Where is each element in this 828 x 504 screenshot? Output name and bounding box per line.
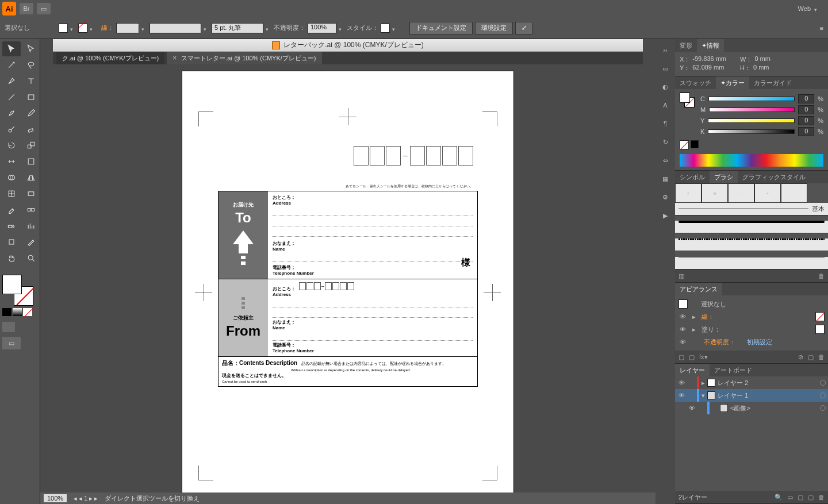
black-input[interactable]: 0	[798, 127, 814, 136]
eyedropper-tool[interactable]	[2, 202, 21, 217]
tab-color[interactable]: ✦ カラー	[716, 76, 749, 89]
rectangle-tool[interactable]	[22, 90, 40, 105]
chevron-down-icon[interactable]	[70, 25, 76, 31]
pencil-tool[interactable]	[22, 106, 40, 121]
zoom-level[interactable]: 100%	[44, 494, 67, 502]
visibility-icon[interactable]: 👁	[678, 313, 687, 320]
gradient-mode-icon[interactable]	[13, 308, 22, 316]
magenta-input[interactable]: 0	[798, 105, 814, 114]
stroke-swatch[interactable]	[815, 312, 825, 321]
make-clip-icon[interactable]: ▭	[787, 494, 793, 501]
disclosure-icon[interactable]: ▸	[702, 379, 705, 387]
gradient-tool[interactable]	[22, 186, 40, 201]
locate-icon[interactable]: 🔍	[775, 494, 783, 501]
tab-color-guide[interactable]: カラーガイド	[749, 76, 796, 89]
column-graph-tool[interactable]	[22, 218, 40, 233]
tab-artboards[interactable]: アートボード	[710, 364, 757, 376]
delete-icon[interactable]: 🗑	[818, 272, 825, 279]
magic-wand-tool[interactable]	[2, 57, 21, 72]
clear-icon[interactable]: ⊘	[798, 353, 803, 361]
preferences-button[interactable]: 環境設定	[475, 22, 513, 34]
brush-thumb[interactable]: ·	[728, 183, 754, 203]
tab-layers[interactable]: レイヤー	[675, 364, 710, 376]
fill-stroke-indicator[interactable]	[2, 275, 33, 306]
dock-panel-icon[interactable]: A	[659, 99, 672, 111]
layer-name[interactable]: レイヤー 1	[718, 391, 748, 400]
dock-panel-icon[interactable]: ▶	[659, 209, 672, 222]
dock-expand-icon[interactable]: ››	[659, 44, 672, 56]
rotate-tool[interactable]	[2, 138, 21, 153]
yellow-input[interactable]: 0	[798, 116, 814, 125]
stroke-weight-input[interactable]	[116, 23, 139, 33]
tab-transform[interactable]: 変形	[675, 39, 697, 52]
stroke-swatch[interactable]	[78, 24, 87, 33]
yellow-slider[interactable]	[708, 118, 795, 123]
bridge-icon[interactable]: Br	[20, 3, 33, 14]
none-swatch-icon[interactable]	[680, 140, 689, 149]
visibility-icon[interactable]: 👁	[677, 379, 685, 386]
artboard-nav[interactable]: ◂ ◂ 1 ▸ ▸	[74, 495, 98, 502]
lasso-tool[interactable]	[22, 57, 40, 72]
visibility-icon[interactable]: 👁	[677, 392, 685, 399]
tab-graphic-styles[interactable]: グラフィックスタイル	[738, 171, 810, 183]
chevron-down-icon[interactable]	[141, 25, 147, 31]
document-tab[interactable]: × スマートレター.ai @ 100% (CMYK/プレビュー)	[167, 52, 321, 64]
dock-panel-icon[interactable]: ◐	[659, 80, 672, 93]
opacity-input[interactable]: 100%	[308, 23, 336, 33]
add-stroke-icon[interactable]: ▢	[689, 353, 695, 361]
slice-tool[interactable]	[22, 234, 40, 249]
brush-list-item[interactable]	[675, 238, 828, 251]
brush-list-item[interactable]	[675, 221, 828, 233]
color-panel-fillstroke[interactable]	[680, 93, 695, 107]
library-icon[interactable]: ▥	[678, 272, 684, 280]
brush-thumb[interactable]	[781, 183, 807, 203]
direct-selection-tool[interactable]	[22, 41, 40, 56]
align-to-button[interactable]: ⤢	[515, 22, 532, 34]
tab-appearance[interactable]: アピアランス	[675, 283, 722, 295]
blob-brush-tool[interactable]	[2, 122, 21, 137]
canvas[interactable]: あて名シール：差出人シールを使用する場合は、破線内に上からはってください。 お届…	[53, 64, 643, 504]
document-setup-button[interactable]: ドキュメント設定	[409, 22, 473, 34]
disclosure-icon[interactable]: ▾	[702, 392, 705, 399]
tab-symbols[interactable]: シンボル	[675, 171, 710, 183]
width-tool[interactable]	[2, 154, 21, 169]
workspace-switcher[interactable]: Web	[792, 3, 826, 14]
tab-swatches[interactable]: スウォッチ	[675, 76, 716, 89]
hand-tool[interactable]	[2, 251, 21, 266]
target-icon[interactable]	[820, 380, 826, 386]
spectrum-bar[interactable]	[680, 154, 823, 167]
black-slider[interactable]	[708, 129, 795, 134]
scale-tool[interactable]	[22, 138, 40, 153]
disclosure-icon[interactable]: ▸	[692, 326, 696, 333]
layer-row[interactable]: 👁 ▾ レイヤー 1	[675, 389, 828, 402]
mesh-tool[interactable]	[2, 186, 21, 201]
line-tool[interactable]	[2, 90, 21, 105]
zoom-tool[interactable]	[22, 251, 40, 266]
duplicate-icon[interactable]: ▢	[808, 353, 814, 361]
visibility-icon[interactable]: 👁	[688, 405, 696, 411]
dock-panel-icon[interactable]: ¶	[659, 117, 672, 130]
artboard-tool[interactable]	[2, 234, 21, 249]
type-tool[interactable]	[22, 74, 40, 89]
new-art-icon[interactable]: ▢	[678, 353, 684, 361]
perspective-grid-tool[interactable]	[22, 170, 40, 185]
disclosure-icon[interactable]: ▸	[692, 313, 696, 321]
tab-info[interactable]: ✦ 情報	[697, 39, 724, 52]
screen-mode-normal-icon[interactable]	[2, 322, 15, 332]
var-width-profile[interactable]	[150, 23, 201, 33]
magenta-slider[interactable]	[709, 107, 795, 112]
visibility-icon[interactable]: 👁	[678, 326, 687, 333]
dock-panel-icon[interactable]: ⇔	[659, 154, 672, 167]
chevron-down-icon[interactable]	[90, 25, 95, 31]
brush-thumb[interactable]: •	[754, 183, 781, 203]
color-mode-icon[interactable]	[2, 308, 12, 316]
blend-tool[interactable]	[22, 202, 40, 217]
layer-row[interactable]: 👁 ▸ レイヤー 2	[675, 376, 828, 389]
new-layer-icon[interactable]: ▢	[808, 494, 814, 501]
brush-def-input[interactable]: 5 pt. 丸筆	[212, 23, 263, 33]
shape-builder-tool[interactable]	[2, 170, 21, 185]
graphic-style-swatch[interactable]	[381, 24, 390, 33]
fill-color-icon[interactable]	[2, 275, 22, 294]
document-tab[interactable]: ク.ai @ 100% (CMYK/プレビュー)	[56, 52, 164, 64]
delete-icon[interactable]: 🗑	[818, 353, 825, 360]
